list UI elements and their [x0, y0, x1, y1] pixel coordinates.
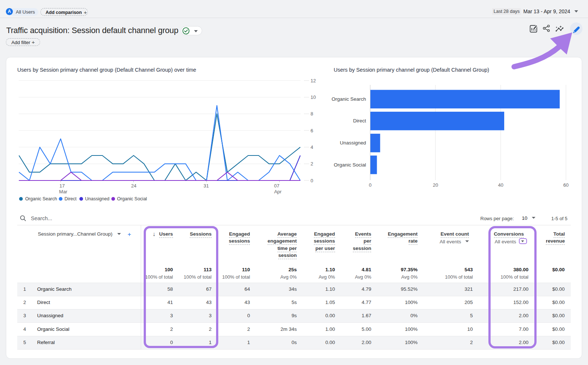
- svg-text:24: 24: [131, 183, 136, 189]
- svg-text:Apr: Apr: [274, 189, 282, 194]
- svg-text:0: 0: [311, 178, 313, 183]
- svg-text:10: 10: [311, 94, 316, 100]
- svg-text:12: 12: [311, 78, 316, 83]
- svg-text:Direct: Direct: [353, 118, 366, 124]
- svg-text:Mar: Mar: [59, 189, 68, 194]
- svg-text:17: 17: [60, 183, 65, 189]
- svg-text:07: 07: [274, 183, 279, 189]
- svg-text:8: 8: [311, 111, 313, 117]
- svg-text:60: 60: [563, 182, 569, 188]
- svg-text:0: 0: [369, 182, 372, 188]
- svg-text:Organic Social: Organic Social: [334, 162, 366, 168]
- svg-text:Unassigned: Unassigned: [340, 140, 366, 146]
- svg-text:20: 20: [433, 182, 438, 188]
- svg-text:31: 31: [204, 183, 209, 189]
- svg-text:40: 40: [498, 182, 503, 188]
- svg-text:2: 2: [311, 161, 313, 167]
- svg-text:Organic Search: Organic Search: [331, 96, 366, 102]
- svg-text:6: 6: [311, 128, 313, 133]
- svg-text:4: 4: [311, 144, 313, 150]
